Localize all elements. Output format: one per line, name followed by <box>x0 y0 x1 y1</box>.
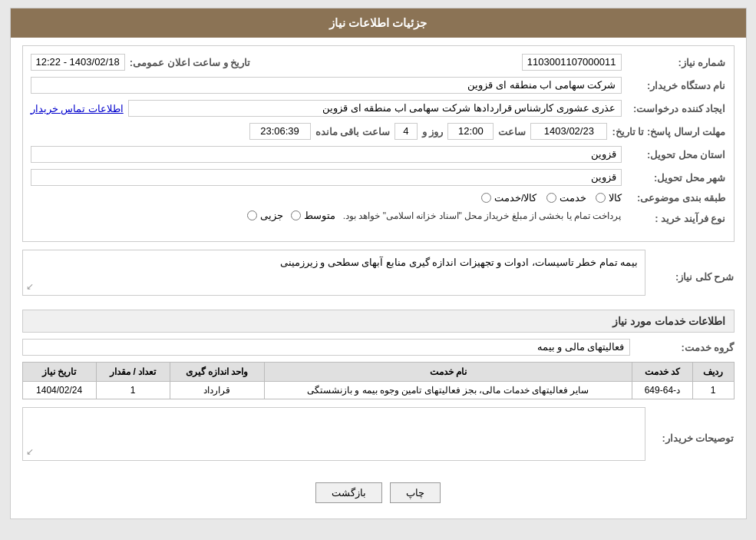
buttons-row: چاپ بازگشت <box>22 475 735 511</box>
shomara-tarikh-row: شماره نیاز: 1103001107000011 تاریخ و ساع… <box>31 54 726 71</box>
saat-value: 12:00 <box>447 123 494 140</box>
col-code-khedmat: کد خدمت <box>632 363 692 382</box>
table-header-row: ردیف کد خدمت نام خدمت واحد اندازه گیری ت… <box>22 363 734 382</box>
tosihaat-box <box>22 407 645 461</box>
tosihaat-label: توصیحات خریدار: <box>650 432 735 444</box>
khedmat-label: خدمت <box>560 192 586 204</box>
name-dastgah-value: شرکت سهامی اب منطقه ای قزوین <box>31 77 622 94</box>
ostan-label: استان محل تحویل: <box>626 149 726 161</box>
purchase-type-group: پرداخت تمام یا بخشی از مبلغ خریداز محل "… <box>247 210 622 221</box>
kala-radio: کالا <box>596 192 622 204</box>
tarikh-label: مهلت ارسال پاسخ: تا تاریخ: <box>612 126 725 137</box>
name-dastgah-label: نام دستگاه خریدار: <box>626 80 726 91</box>
ittelaaat-tamas-link[interactable]: اطلاعات تماس خریدار <box>31 103 124 114</box>
group-value: فعالیتهای مالی و بیمه <box>22 339 630 356</box>
tabaqe-radio-group: کالا/خدمت خدمت کالا <box>481 192 622 204</box>
shomara-niaz-label: شماره نیاز: <box>626 57 726 68</box>
print-button[interactable]: چاپ <box>390 482 441 503</box>
ijad-konande-value: عذری عشوری کارشناس قراردادها شرکت سهامی … <box>128 100 622 117</box>
farayand-note: پرداخت تمام یا بخشی از مبلغ خریداز محل "… <box>343 210 622 221</box>
mottaset-radio: متوسط <box>291 210 335 221</box>
nooe-farayand-label: نوع فرآیند خرید : <box>626 213 726 224</box>
cell-radif: 1 <box>692 382 734 399</box>
col-vahed: واحد اندازه گیری <box>170 363 264 382</box>
sharh-box: بیمه تمام خطر تاسیسات، ادوات و تجهیزات ا… <box>22 250 645 296</box>
nooe-farayand-row: نوع فرآیند خرید : پرداخت تمام یا بخشی از… <box>31 210 726 227</box>
kala-khedmat-input[interactable] <box>481 193 491 203</box>
shahr-row: شهر محل تحویل: قزوین <box>31 169 726 186</box>
page-title: جزئیات اطلاعات نیاز <box>329 16 427 29</box>
page-header: جزئیات اطلاعات نیاز <box>11 8 746 38</box>
jozii-radio: جزیی <box>247 210 283 221</box>
shomara-niaz-value: 1103001107000011 <box>522 54 622 71</box>
shahr-value: قزوین <box>31 169 622 186</box>
jozii-input[interactable] <box>247 210 257 220</box>
col-tedad: تعداد / مقدار <box>96 363 170 382</box>
services-table: ردیف کد خدمت نام خدمت واحد اندازه گیری ت… <box>22 362 735 399</box>
ostan-value: قزوین <box>31 146 622 163</box>
content-area: شماره نیاز: 1103001107000011 تاریخ و ساع… <box>11 38 746 518</box>
tabaqe-label: طبقه بندی موضوعی: <box>626 192 726 204</box>
sharh-label: شرح کلی نیاز: <box>650 271 735 283</box>
page-container: جزئیات اطلاعات نیاز شماره نیاز: 11030011… <box>10 8 747 519</box>
col-radif: ردیف <box>692 363 734 382</box>
kala-label: کالا <box>609 192 622 204</box>
baghimande-label: ساعت باقی مانده <box>315 126 390 137</box>
shahr-label: شهر محل تحویل: <box>626 172 726 184</box>
cell-vahed: قرارداد <box>170 382 264 399</box>
col-tarikh-niaz: تاریخ نیاز <box>22 363 96 382</box>
tabaqe-row: طبقه بندی موضوعی: کالا/خدمت خدمت کالا <box>31 192 726 204</box>
back-button[interactable]: بازگشت <box>315 482 382 503</box>
kala-khedmat-label: کالا/خدمت <box>494 192 537 204</box>
ijad-konande-label: ایجاد کننده درخواست: <box>626 103 726 114</box>
mottaset-input[interactable] <box>291 210 301 220</box>
sharh-row: شرح کلی نیاز: بیمه تمام خطر تاسیسات، ادو… <box>22 250 735 303</box>
table-row: 1 د-64-649 سایر فعالیتهای خدمات مالی، بج… <box>22 382 734 399</box>
cell-tarikh-niaz: 1404/02/24 <box>22 382 96 399</box>
group-label: گروه خدمت: <box>635 342 735 353</box>
cell-code-khedmat: د-64-649 <box>632 382 692 399</box>
tarikh-elaan-label: تاریخ و ساعت اعلان عمومی: <box>130 57 251 68</box>
cell-tedad: 1 <box>96 382 170 399</box>
khedmat-input[interactable] <box>546 193 556 203</box>
roz-value: 4 <box>395 123 418 140</box>
kala-khedmat-radio: کالا/خدمت <box>481 192 537 204</box>
name-dastgah-row: نام دستگاه خریدار: شرکت سهامی اب منطقه ا… <box>31 77 726 94</box>
ijad-konande-row: ایجاد کننده درخواست: عذری عشوری کارشناس … <box>31 100 726 117</box>
jozii-label: جزیی <box>260 210 283 221</box>
cell-name-khedmat: سایر فعالیتهای خدمات مالی، بجز فعالیتهای… <box>264 382 632 399</box>
group-service-row: گروه خدمت: فعالیتهای مالی و بیمه <box>22 339 735 356</box>
mottaset-label: متوسط <box>304 210 335 221</box>
sharh-value: بیمه تمام خطر تاسیسات، ادوات و تجهیزات ا… <box>280 257 639 268</box>
main-info-section: شماره نیاز: 1103001107000011 تاریخ و ساع… <box>22 45 735 242</box>
tosihaat-row: توصیحات خریدار: <box>22 407 735 469</box>
baghimande-value: 23:06:39 <box>249 123 311 140</box>
saat-label: ساعت <box>498 126 526 137</box>
khedmat-radio: خدمت <box>546 192 586 204</box>
mohlet-row: مهلت ارسال پاسخ: تا تاریخ: 1403/02/23 سا… <box>31 123 726 140</box>
col-name-khedmat: نام خدمت <box>264 363 632 382</box>
services-section: گروه خدمت: فعالیتهای مالی و بیمه ردیف کد… <box>22 339 735 399</box>
tarikh-value: 1403/02/23 <box>530 123 607 140</box>
services-section-title: اطلاعات خدمات مورد نیاز <box>22 310 735 333</box>
roz-label: روز و <box>422 126 444 137</box>
ostan-row: استان محل تحویل: قزوین <box>31 146 726 163</box>
tarikh-elaan-value: 1403/02/18 - 12:22 <box>31 54 125 71</box>
kala-input[interactable] <box>596 193 606 203</box>
